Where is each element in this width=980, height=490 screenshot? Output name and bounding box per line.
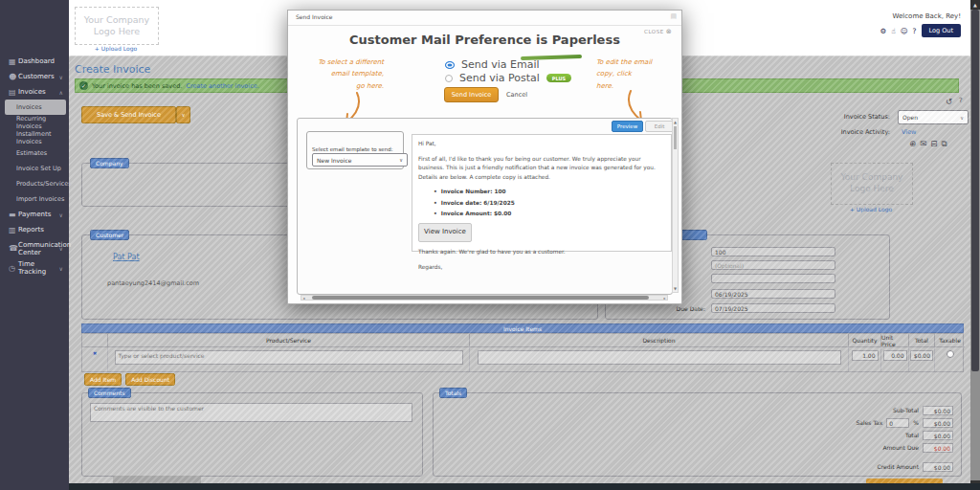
scroll-thumb[interactable] <box>674 126 677 149</box>
email-signoff: Regards, <box>418 263 665 273</box>
invoice-activity-view-link[interactable]: View <box>902 128 916 136</box>
save-send-dropdown-caret[interactable]: ∨ <box>176 106 190 123</box>
submenu-item-invoice-set-up[interactable]: Invoice Set Up <box>0 161 69 176</box>
email-closing: Thanks again. We're glad to have you as … <box>418 248 665 257</box>
company-section-tab: Company <box>90 158 129 168</box>
email-icon[interactable]: ✉ <box>920 139 926 149</box>
welcome-text: Welcome Back, Rey! <box>893 12 962 20</box>
user-icon[interactable]: ☺ <box>901 27 908 35</box>
logout-button[interactable]: Log Out <box>922 24 961 37</box>
comments-input[interactable] <box>90 403 412 422</box>
comments-section: Comments <box>81 392 423 477</box>
invoices-submenu: Invoices Recurring Invoices Installment … <box>0 100 69 207</box>
annotation-left: To select a different email template, go… <box>298 56 384 92</box>
scroll-right-icon[interactable]: ▸ <box>662 296 667 301</box>
description-input[interactable] <box>478 350 841 365</box>
create-another-invoice-link[interactable]: Create another invoice. <box>186 82 258 90</box>
send-invoice-modal: Send Invoice ▤ CLOSE ⊗ Customer Mail Pre… <box>287 10 682 304</box>
devices-icon[interactable]: ⧉ <box>941 139 947 149</box>
email-greeting: Hi Pat, <box>418 140 665 149</box>
print-icon[interactable]: ⊟ <box>930 139 937 149</box>
scroll-thumb[interactable] <box>971 10 979 371</box>
help-icon[interactable]: ? <box>913 27 917 35</box>
globe-icon[interactable]: ⊕ <box>909 139 916 149</box>
modal-corner-icon[interactable]: ▤ <box>670 12 677 20</box>
scroll-up-icon[interactable]: ▲ <box>673 119 678 125</box>
submenu-item-invoices[interactable]: Invoices <box>5 100 66 115</box>
plus-badge: PLUS <box>546 74 571 82</box>
email-bullets: • Invoice Number: 100 • Invoice date: 6/… <box>434 188 665 219</box>
scroll-down-icon[interactable]: ▼ <box>673 285 678 292</box>
upload-logo-link[interactable]: + Upload Logo <box>831 206 911 212</box>
panel-horizontal-scrollbar[interactable]: ◂ ▸ <box>301 295 668 301</box>
quantity-input[interactable]: 1.00 <box>852 350 879 361</box>
edit-button[interactable]: Edit <box>645 121 674 132</box>
radio-email-selected[interactable] <box>445 61 455 69</box>
product-service-input[interactable] <box>115 350 463 365</box>
submenu-item-estimates[interactable]: Estimates <box>0 145 69 161</box>
submenu-item-products-services[interactable]: Products/Services <box>0 176 69 191</box>
header-actions: ⚙ ☝ ☺ ? Log Out <box>880 24 961 37</box>
thumbs-up-icon[interactable]: ☝ <box>891 27 896 35</box>
upload-logo-link[interactable]: + Upload Logo <box>75 45 157 52</box>
send-via-postal-option[interactable]: Send via Postal PLUS <box>445 72 571 84</box>
scroll-up-icon[interactable]: ▲ <box>970 0 980 10</box>
sales-tax-rate-input[interactable]: 0 <box>886 418 909 428</box>
gear-icon[interactable]: ⚙ <box>880 27 886 35</box>
send-via-email-option[interactable]: Send via Email <box>445 58 540 71</box>
app-window: ▦ Dashboard ☻ Customers ∨ ▤ Invoices ∧ I… <box>0 0 980 490</box>
optional-field[interactable]: (Optional) <box>711 260 835 270</box>
unit-price-input[interactable]: 0.00 <box>883 350 907 361</box>
percent-sign: % <box>913 419 919 426</box>
sidebar-item-time-tracking[interactable]: ◷ Time Tracking ∨ <box>0 260 69 276</box>
invoice-date-field[interactable]: 06/19/2025 <box>711 289 835 299</box>
cancel-link[interactable]: Cancel <box>506 91 527 99</box>
total-value: $0.00 <box>923 431 953 440</box>
view-invoice-button[interactable]: View Invoice <box>418 223 472 242</box>
payments-icon: ▬ <box>9 211 18 219</box>
due-date-field[interactable]: 07/19/2025 <box>711 303 835 313</box>
page-vertical-scrollbar[interactable]: ▲ ▼ <box>970 0 980 490</box>
taxable-checkbox[interactable] <box>947 350 954 358</box>
customer-name-link[interactable]: Pat Pat <box>113 253 140 261</box>
save-send-invoice-button[interactable]: Save & Send Invoice <box>81 106 176 123</box>
help-icon[interactable]: ? <box>959 97 963 104</box>
submenu-item-import-invoices[interactable]: Import Invoices <box>0 191 69 207</box>
scroll-thumb[interactable] <box>312 296 649 300</box>
communication-icon: ☎ <box>9 244 18 253</box>
history-icon[interactable]: ↺ <box>946 97 952 106</box>
invoice-status-select[interactable]: Open ∨ <box>898 110 969 124</box>
radio-postal[interactable] <box>445 75 453 82</box>
sidebar-item-reports[interactable]: ▥ Reports <box>0 222 69 237</box>
sidebar-item-communication-center[interactable]: ☎ Communication Center ∨ <box>0 237 69 260</box>
sidebar-item-customers[interactable]: ☻ Customers ∨ <box>0 69 69 84</box>
template-select[interactable]: New Invoice ∨ <box>312 153 408 167</box>
add-discount-button[interactable]: Add Discount <box>125 373 175 386</box>
comments-section-tab: Comments <box>88 388 131 398</box>
sales-tax-row: Sales Tax 0 % $0.00 <box>857 417 953 428</box>
sidebar-item-dashboard[interactable]: ▦ Dashboard <box>0 54 69 69</box>
page-horizontal-scrollbar[interactable] <box>69 483 980 490</box>
share-icons-row: ⊕ ✉ ⊟ ⧉ <box>909 139 947 149</box>
send-invoice-button[interactable]: Send Invoice <box>444 87 499 102</box>
invoice-logo-placeholder[interactable]: Your Company Logo Here <box>831 163 913 205</box>
scroll-left-icon[interactable]: ◂ <box>301 296 306 301</box>
delete-row-icon[interactable]: ✖ <box>93 350 97 356</box>
email-paragraph: First of all, I'd like to thank you for … <box>418 155 665 183</box>
invoice-activity-label: Invoice Activity: <box>764 128 890 136</box>
submenu-item-recurring-invoices[interactable]: Recurring Invoices <box>0 115 69 130</box>
add-item-button[interactable]: Add Item <box>84 373 122 386</box>
customer-email: pantaeyung2414@gmail.com <box>107 279 199 287</box>
invoice-number-field[interactable]: 100 <box>711 247 835 256</box>
preview-button[interactable]: Preview <box>612 121 643 132</box>
dashboard-icon: ▦ <box>9 57 18 66</box>
sidebar-item-payments[interactable]: ▬ Payments ∨ <box>0 207 69 222</box>
col-product-service: Product/Service <box>108 334 470 347</box>
company-logo-placeholder[interactable]: Your Company Logo Here <box>75 7 159 45</box>
sidebar-item-invoices[interactable]: ▤ Invoices ∧ <box>0 84 69 100</box>
partial-tab[interactable] <box>113 476 201 483</box>
panel-vertical-scrollbar[interactable]: ▲ ▼ <box>672 118 679 293</box>
credit-amount-row: Credit Amount $0.00 <box>877 461 953 472</box>
empty-field[interactable] <box>711 274 835 283</box>
submenu-item-installment-invoices[interactable]: Installment Invoices <box>0 130 69 145</box>
